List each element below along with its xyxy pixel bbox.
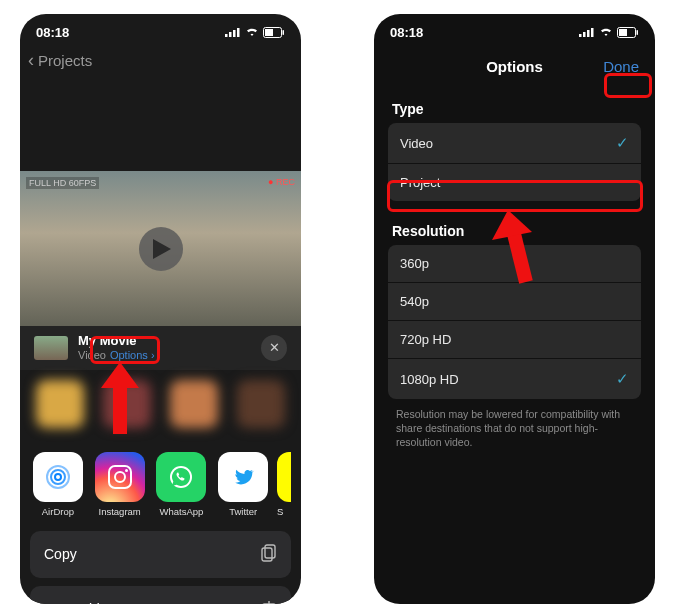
- svg-rect-0: [225, 34, 228, 37]
- signal-icon: [579, 27, 595, 37]
- preview-topright-label: ● REC: [268, 177, 295, 187]
- contacts-row: [20, 370, 301, 428]
- status-time: 08:18: [390, 25, 423, 40]
- status-bar: 08:18: [20, 14, 301, 46]
- movie-subtitle: VideoOptions ›: [78, 349, 251, 362]
- resolution-item-360[interactable]: 360p: [388, 245, 641, 282]
- signal-icon: [225, 27, 241, 37]
- copy-icon: [261, 544, 277, 565]
- action-copy[interactable]: Copy: [30, 531, 291, 578]
- svg-rect-2: [233, 30, 236, 37]
- svg-point-7: [55, 474, 61, 480]
- resolution-item-720[interactable]: 720p HD: [388, 320, 641, 358]
- resolution-item-1080[interactable]: 1080p HD ✓: [388, 358, 641, 399]
- wifi-icon: [599, 27, 613, 37]
- status-bar: 08:18: [374, 14, 655, 46]
- play-button[interactable]: [139, 227, 183, 271]
- movie-info[interactable]: My Movie VideoOptions ›: [78, 334, 251, 362]
- battery-icon: [617, 27, 639, 38]
- svg-rect-5: [265, 29, 273, 36]
- whatsapp-icon: [156, 452, 206, 502]
- wifi-icon: [245, 27, 259, 37]
- action-save-video[interactable]: Save Video: [30, 586, 291, 604]
- check-icon: ✓: [616, 134, 629, 152]
- svg-point-8: [51, 470, 65, 484]
- type-item-video[interactable]: Video ✓: [388, 123, 641, 163]
- status-time: 08:18: [36, 25, 69, 40]
- svg-rect-3: [237, 28, 240, 37]
- chevron-left-icon: ‹: [28, 50, 34, 71]
- close-icon: ✕: [269, 340, 280, 355]
- movie-title: My Movie: [78, 334, 251, 349]
- options-title: Options: [486, 58, 543, 75]
- svg-rect-10: [109, 466, 131, 488]
- svg-point-11: [115, 472, 125, 482]
- svg-rect-19: [587, 30, 590, 37]
- svg-rect-23: [637, 30, 639, 35]
- svg-point-12: [125, 469, 128, 472]
- svg-rect-17: [579, 34, 582, 37]
- status-right: [579, 27, 639, 38]
- resolution-list: 360p 540p 720p HD 1080p HD ✓: [388, 245, 641, 399]
- share-item-row: My Movie VideoOptions › ✕: [20, 326, 301, 370]
- video-preview[interactable]: FULL HD 60FPS ● REC: [20, 171, 301, 326]
- movie-thumbnail: [34, 336, 68, 360]
- svg-rect-1: [229, 32, 232, 37]
- app-instagram[interactable]: Instagram: [92, 452, 148, 517]
- app-twitter[interactable]: Twitter: [215, 452, 271, 517]
- done-button[interactable]: Done: [601, 56, 641, 77]
- svg-rect-15: [262, 548, 272, 561]
- back-label: Projects: [38, 52, 92, 69]
- type-list: Video ✓ Project: [388, 123, 641, 201]
- share-sheet-screen: 08:18 ‹ Projects FULL HD 60FPS ● REC My …: [20, 14, 301, 604]
- airdrop-icon: [33, 452, 83, 502]
- type-item-project[interactable]: Project: [388, 163, 641, 201]
- snapchat-icon: [277, 452, 291, 502]
- type-heading: Type: [374, 91, 655, 123]
- svg-rect-20: [591, 28, 594, 37]
- svg-rect-6: [283, 30, 285, 35]
- status-right: [225, 27, 285, 38]
- download-icon: [261, 599, 277, 604]
- preview-topleft-label: FULL HD 60FPS: [26, 177, 99, 189]
- back-projects[interactable]: ‹ Projects: [20, 46, 301, 81]
- app-snapchat-partial[interactable]: S: [277, 452, 291, 517]
- svg-rect-14: [265, 545, 275, 558]
- close-button[interactable]: ✕: [261, 335, 287, 361]
- options-screen: 08:18 Options Done Type Video ✓ Project …: [374, 14, 655, 604]
- resolution-heading: Resolution: [374, 213, 655, 245]
- apps-row: AirDrop Instagram WhatsApp Twitter S: [20, 428, 301, 523]
- svg-rect-18: [583, 32, 586, 37]
- app-airdrop[interactable]: AirDrop: [30, 452, 86, 517]
- svg-rect-22: [619, 29, 627, 36]
- resolution-note: Resolution may be lowered for compatibil…: [374, 399, 655, 458]
- twitter-icon: [218, 452, 268, 502]
- app-whatsapp[interactable]: WhatsApp: [154, 452, 210, 517]
- instagram-icon: [95, 452, 145, 502]
- check-icon: ✓: [616, 370, 629, 388]
- resolution-item-540[interactable]: 540p: [388, 282, 641, 320]
- options-header: Options Done: [374, 46, 655, 91]
- battery-icon: [263, 27, 285, 38]
